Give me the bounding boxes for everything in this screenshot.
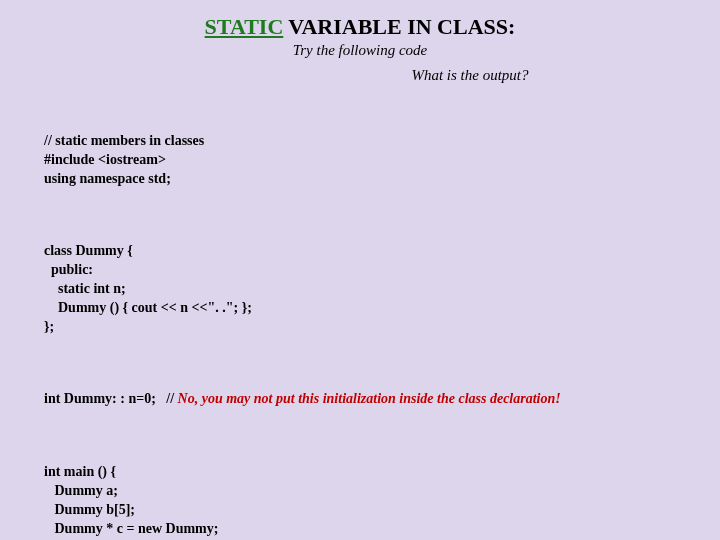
- code-block-includes: // static members in classes #include <i…: [44, 132, 676, 189]
- title-rest: VARIABLE IN CLASS:: [283, 14, 515, 39]
- subtitle: Try the following code: [44, 42, 676, 59]
- page-title: STATIC VARIABLE IN CLASS:: [44, 14, 676, 40]
- code-block-main: int main () { Dummy a; Dummy b[5]; Dummy…: [44, 463, 676, 540]
- question-text: What is the output?: [264, 67, 676, 84]
- code-init-comment: No, you may not put this initialization …: [178, 391, 561, 406]
- code-init-prefix: int Dummy: : n=0; //: [44, 391, 178, 406]
- code-block-class: class Dummy { public: static int n; Dumm…: [44, 242, 676, 336]
- code-area: // static members in classes #include <i…: [44, 94, 676, 540]
- code-block-init: int Dummy: : n=0; // No, you may not put…: [44, 390, 676, 409]
- slide: STATIC VARIABLE IN CLASS: Try the follow…: [0, 0, 720, 540]
- title-static-word: STATIC: [205, 14, 284, 39]
